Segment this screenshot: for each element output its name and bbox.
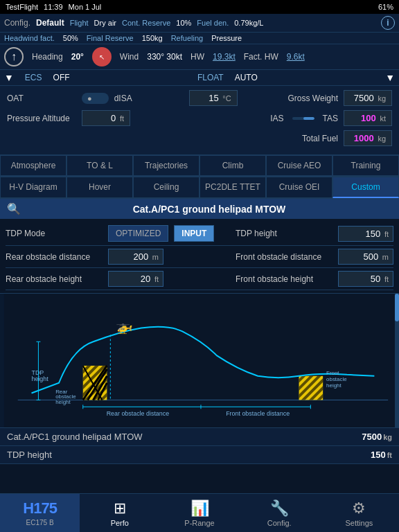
app-name: TestFlight <box>6 3 38 11</box>
header-sub-row: Headwind fact. 50% Final Reserve 150kg R… <box>0 33 399 44</box>
pressure-alt-value-box[interactable]: 0 ft <box>82 110 130 126</box>
rear-obstacle-height-label: Rear obstacle height <box>6 274 103 284</box>
oat-toggle[interactable]: ● <box>82 93 109 104</box>
result-tdp-label: TDP height <box>7 450 52 460</box>
result-row-mtow: Cat.A/PC1 ground helipad MTOW 7500kg <box>0 428 399 446</box>
battery: 61% <box>378 3 393 11</box>
gross-weight-value-box[interactable]: 7500 kg <box>344 90 392 106</box>
float-dropdown-arrow[interactable]: ▼ <box>385 72 395 83</box>
config-label: Config. <box>4 18 30 28</box>
form-row-rear-height: Rear obstacle height 20 ft Front obstacl… <box>6 268 393 290</box>
svg-text:Front: Front <box>326 370 339 376</box>
front-obstacle-height-label: Front obstacle height <box>236 274 332 284</box>
heading-value: 20° <box>71 52 84 62</box>
info-button[interactable]: i <box>381 16 395 30</box>
total-fuel-label: Total Fuel <box>302 134 338 143</box>
front-obstacle-height-value[interactable]: 50 ft <box>338 271 393 287</box>
oat-value: 15 <box>209 93 218 103</box>
header-config-row: Config. Default Flight Dry air Cont. Res… <box>0 14 399 33</box>
heading-icon: ↑ <box>4 47 24 66</box>
tab-climb[interactable]: Climb <box>200 155 266 176</box>
mode-optimized-button[interactable]: OPTIMIZED <box>108 225 168 242</box>
fact-hw-value[interactable]: 9.6kt <box>287 52 305 62</box>
form-section: TDP Mode OPTIMIZED INPUT TDP height 150 … <box>0 219 399 293</box>
svg-text:obstacle: obstacle <box>326 376 347 382</box>
header-heading-row: ↑ Heading 20° ↖ Wind 330° 30kt HW 19.3kt… <box>0 44 399 70</box>
tab-atmosphere[interactable]: Atmosphere <box>0 155 66 176</box>
fact-hw-label: Fact. HW <box>244 52 278 62</box>
svg-text:height: height <box>55 399 71 405</box>
tab-custom[interactable]: Custom <box>332 177 399 198</box>
ecs-dropdown-arrow[interactable]: ▼ <box>4 72 14 83</box>
brand-sub: EC175 B <box>26 519 54 526</box>
final-reserve-value: 150kg <box>142 34 163 42</box>
tabs-row-1: Atmosphere TO & L Trajectories Climb Cru… <box>0 155 399 177</box>
nav-settings[interactable]: ⚙ Settings <box>319 494 399 532</box>
tab-hover[interactable]: Hover <box>66 177 133 198</box>
oat-value-box[interactable]: 15 °C <box>189 90 238 106</box>
perfo-icon: ⊞ <box>114 499 126 517</box>
refueling-label: Refueling <box>171 34 203 42</box>
tas-toggle[interactable] <box>303 117 314 120</box>
tab-pc2dle-ttet[interactable]: PC2DLE TTET <box>200 177 266 198</box>
tab-cruise-aeo[interactable]: Cruise AEO <box>266 155 332 176</box>
front-obstacle-distance-value[interactable]: 500 m <box>338 249 393 265</box>
svg-text:🚁: 🚁 <box>116 318 133 335</box>
nav-config[interactable]: 🔧 Config. <box>240 494 319 532</box>
time: 11:39 <box>44 3 63 11</box>
date: Mon 1 Jul <box>69 3 102 11</box>
tab-cruise-oei[interactable]: Cruise OEI <box>266 177 332 198</box>
result-mtow-label: Cat.A/PC1 ground helipad MTOW <box>7 432 143 442</box>
tdp-height-unit: ft <box>384 230 389 238</box>
tab-trajectories[interactable]: Trajectories <box>133 155 200 176</box>
rear-obstacle-distance-label: Rear obstacle distance <box>6 252 103 262</box>
brand-logo: H175 <box>23 499 57 517</box>
rear-obstacle-height-value[interactable]: 20 ft <box>108 271 163 287</box>
ecs-label: ECS <box>25 73 42 82</box>
tab-to-l[interactable]: TO & L <box>66 155 133 176</box>
oat-toggle-left[interactable]: ● <box>82 93 98 104</box>
svg-text:Rear obstacle distance: Rear obstacle distance <box>107 410 169 417</box>
form-row-rear-distance: Rear obstacle distance 200 m Front obsta… <box>6 246 393 268</box>
chart-area: 🚁 TDP height Rear obstacle height Rear o… <box>0 293 399 428</box>
bottom-nav: H175 EC175 B ⊞ Perfo 📊 P-Range 🔧 Config.… <box>0 493 399 532</box>
gross-weight-value: 7500 <box>354 93 374 103</box>
pressure-alt-value: 0 <box>111 113 116 123</box>
tabs-row-2: H-V Diagram Hover Ceiling PC2DLE TTET Cr… <box>0 177 399 199</box>
flight-label: Flight <box>70 19 89 27</box>
rear-obstacle-distance-value[interactable]: 200 m <box>108 249 163 265</box>
search-bar: 🔍 Cat.A/PC1 ground helipad MTOW <box>0 199 399 219</box>
result-mtow-value: 7500kg <box>362 432 392 442</box>
ias-tas-toggle[interactable] <box>292 117 314 120</box>
nav-settings-label: Settings <box>346 519 373 527</box>
tab-hv-diagram[interactable]: H-V Diagram <box>0 177 66 198</box>
hw-value[interactable]: 19.3kt <box>213 52 236 62</box>
tdp-height-value-box[interactable]: 150 ft <box>338 226 393 242</box>
search-icon[interactable]: 🔍 <box>7 202 21 215</box>
ias-value-box[interactable]: 100 kt <box>344 110 392 126</box>
scroll-indicator[interactable] <box>395 294 399 427</box>
settings-icon: ⚙ <box>352 499 366 517</box>
float-value: AUTO <box>235 73 258 82</box>
disa-toggle-right[interactable] <box>98 93 109 104</box>
svg-rect-0 <box>4 294 395 427</box>
tab-training[interactable]: Training <box>332 155 399 176</box>
nav-brand[interactable]: H175 EC175 B <box>0 494 80 532</box>
gross-weight-label: Gross Weight <box>288 94 338 103</box>
svg-text:height: height <box>326 382 342 389</box>
oat-label: OAT <box>7 94 76 103</box>
wind-label: Wind <box>120 52 139 62</box>
header-ecs-row: ▼ ECS OFF FLOAT AUTO ▼ <box>0 70 399 86</box>
cont-reserve-label: Cont. Reserve <box>122 19 170 27</box>
tdp-mode-label: TDP Mode <box>6 229 103 238</box>
total-fuel-value-box[interactable]: 1000 kg <box>344 130 392 146</box>
results-section: Cat.A/PC1 ground helipad MTOW 7500kg TDP… <box>0 428 399 464</box>
nav-config-label: Config. <box>267 519 292 527</box>
nav-p-range[interactable]: 📊 P-Range <box>159 494 239 532</box>
ias-label: IAS <box>270 114 283 123</box>
scroll-thumb[interactable] <box>395 294 399 321</box>
nav-perfo[interactable]: ⊞ Perfo <box>80 494 159 532</box>
ias-toggle[interactable] <box>292 117 303 120</box>
mode-input-button[interactable]: INPUT <box>174 225 214 242</box>
tab-ceiling[interactable]: Ceiling <box>133 177 200 198</box>
